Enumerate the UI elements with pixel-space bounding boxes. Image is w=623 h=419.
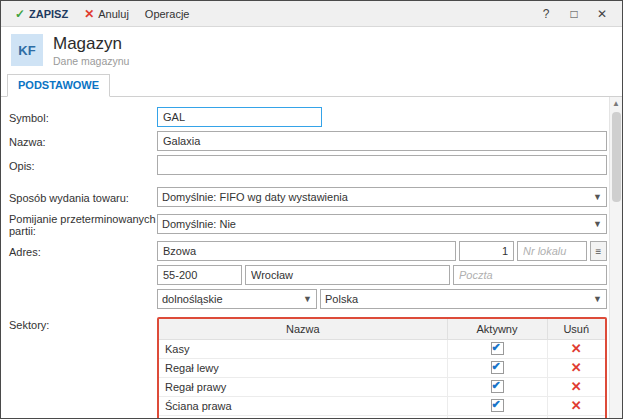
table-row: Ściana prawa ✕: [159, 396, 605, 415]
form-content: Symbol: Nazwa: Opis: Sposób wydania: [1, 97, 609, 418]
page-title: Magazyn: [53, 34, 129, 54]
operations-menu-label: Operacje: [145, 8, 190, 20]
column-header-aktywny: Aktywny: [447, 319, 547, 339]
symbol-label: Symbol:: [9, 110, 157, 124]
close-icon: ✕: [597, 7, 607, 21]
save-button[interactable]: ✓ ZAPISZ: [7, 4, 76, 24]
sektory-table: Nazwa Aktywny Usuń Kasy ✕: [159, 319, 605, 418]
check-icon: ✓: [15, 7, 25, 21]
pomijanie-value: Domyślnie: Nie: [162, 218, 589, 230]
sposob-value: Domyślnie: FIFO wg daty wystawienia: [162, 191, 589, 203]
maximize-icon: □: [570, 7, 577, 21]
scrollbar-thumb[interactable]: [612, 112, 621, 202]
address-options-button[interactable]: ≡: [590, 241, 607, 261]
table-row: Regał lewy ✕: [159, 358, 605, 377]
pomijanie-label: Pomijanie przeterminowanych partii:: [9, 211, 157, 237]
record-type-badge: KF: [11, 34, 43, 66]
chevron-down-icon: ▼: [593, 294, 602, 304]
active-checkbox[interactable]: [491, 342, 504, 355]
close-button[interactable]: ✕: [588, 3, 616, 25]
table-row: Ściana lewa ✕: [159, 415, 605, 418]
sposob-wydania-select[interactable]: Domyślnie: FIFO wg daty wystawienia ▼: [157, 187, 607, 207]
table-row: Regał prawy ✕: [159, 377, 605, 396]
adres-label: Adres:: [9, 244, 157, 258]
sektory-label: Sektory:: [9, 317, 157, 331]
tab-podstawowe[interactable]: PODSTAWOWE: [7, 74, 110, 97]
tab-bar: PODSTAWOWE: [1, 73, 622, 97]
house-number-input[interactable]: [459, 241, 514, 261]
sector-name: Regał lewy: [159, 358, 447, 377]
active-checkbox[interactable]: [491, 399, 504, 412]
sposob-label: Sposób wydania towaru:: [9, 190, 157, 204]
nazwa-input[interactable]: [157, 131, 607, 151]
maximize-button[interactable]: □: [560, 3, 588, 25]
delete-icon[interactable]: ✕: [571, 341, 582, 356]
table-row: Kasy ✕: [159, 339, 605, 358]
cancel-x-icon: ✕: [84, 7, 94, 21]
opis-label: Opis:: [9, 158, 157, 172]
spacer-label: [9, 298, 157, 300]
column-header-usun: Usuń: [547, 319, 605, 339]
opis-input[interactable]: [157, 155, 607, 175]
city-input[interactable]: [245, 265, 450, 285]
app-window: ✓ ZAPISZ ✕ Anuluj Operacje ? □ ✕ KF Maga…: [0, 0, 623, 419]
hamburger-icon: ≡: [596, 246, 602, 257]
scroll-up-icon[interactable]: ▲: [612, 97, 620, 110]
country-value: Polska: [325, 293, 589, 305]
help-button[interactable]: ?: [532, 3, 560, 25]
nazwa-label: Nazwa:: [9, 134, 157, 148]
chevron-down-icon: ▼: [593, 219, 602, 229]
delete-icon[interactable]: ✕: [571, 417, 582, 418]
title-block: Magazyn Dane magazynu: [53, 34, 129, 67]
street-input[interactable]: [157, 241, 456, 261]
vertical-scrollbar[interactable]: ▲: [609, 97, 622, 418]
zip-code-input[interactable]: [157, 265, 242, 285]
active-checkbox[interactable]: [491, 380, 504, 393]
help-icon: ?: [543, 7, 550, 21]
toolbar: ✓ ZAPISZ ✕ Anuluj Operacje ? □ ✕: [1, 1, 622, 27]
delete-icon[interactable]: ✕: [571, 398, 582, 413]
pomijanie-select[interactable]: Domyślnie: Nie ▼: [157, 214, 607, 234]
save-button-label: ZAPISZ: [29, 8, 68, 20]
spacer-label: [9, 274, 157, 276]
sector-name: Regał prawy: [159, 377, 447, 396]
active-checkbox[interactable]: [491, 361, 504, 374]
cancel-button[interactable]: ✕ Anuluj: [76, 4, 137, 24]
sector-name: Ściana prawa: [159, 396, 447, 415]
sektory-table-highlight: Nazwa Aktywny Usuń Kasy ✕: [157, 317, 607, 418]
chevron-down-icon: ▼: [303, 294, 312, 304]
region-value: dolnośląskie: [162, 293, 299, 305]
sector-name: Ściana lewa: [159, 415, 447, 418]
country-select[interactable]: Polska ▼: [320, 289, 607, 309]
cancel-button-label: Anuluj: [98, 8, 129, 20]
sector-name: Kasy: [159, 339, 447, 358]
region-select[interactable]: dolnośląskie ▼: [157, 289, 317, 309]
delete-icon[interactable]: ✕: [571, 379, 582, 394]
symbol-input[interactable]: [157, 107, 322, 127]
page-header: KF Magazyn Dane magazynu: [1, 27, 622, 73]
delete-icon[interactable]: ✕: [571, 360, 582, 375]
chevron-down-icon: ▼: [593, 192, 602, 202]
local-number-input[interactable]: [517, 241, 587, 261]
operations-menu[interactable]: Operacje: [137, 5, 198, 23]
page-subtitle: Dane magazynu: [53, 55, 129, 67]
column-header-nazwa: Nazwa: [159, 319, 447, 339]
post-input[interactable]: [453, 265, 607, 285]
